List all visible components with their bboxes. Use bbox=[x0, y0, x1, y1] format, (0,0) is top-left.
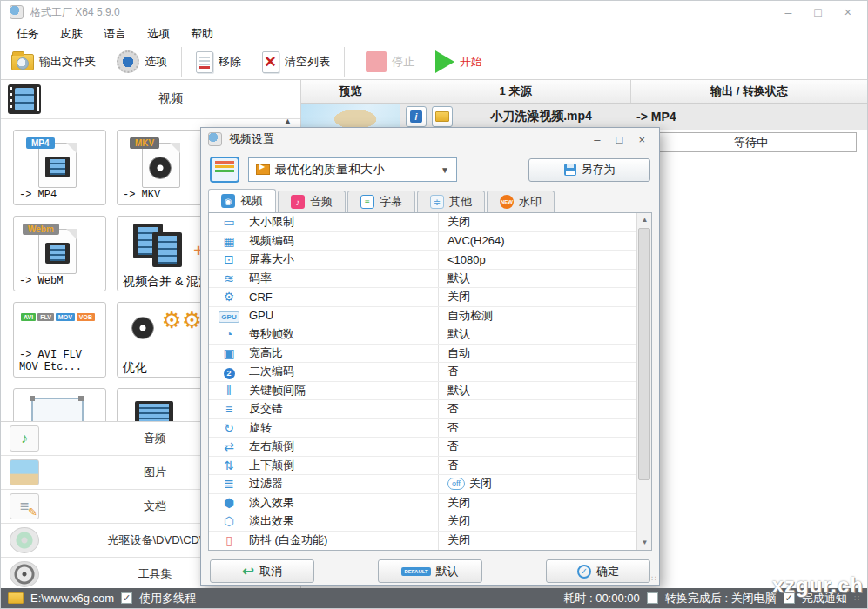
subtitle-tab-icon: ≡ bbox=[360, 195, 374, 209]
col-output[interactable]: 输出 / 转换状态 bbox=[631, 80, 867, 103]
quality-profile-dropdown[interactable]: 最优化的质量和大小 ▼ bbox=[248, 157, 457, 182]
dialog-resize-grip[interactable]: ∷ bbox=[651, 574, 657, 583]
setting-label: 视频编码 bbox=[249, 232, 439, 251]
setting-bitrate[interactable]: ≋ 码率 默认 bbox=[209, 270, 636, 289]
cancel-label: 取消 bbox=[259, 564, 282, 579]
video-section-header[interactable]: 视频 ▲ bbox=[1, 80, 300, 119]
remove-button[interactable]: 移除 bbox=[185, 46, 252, 77]
setting-gpu[interactable]: GPU GPU 自动检测 bbox=[209, 307, 636, 326]
setting-flip-vertical[interactable]: ⇅ 上下颠倒 否 bbox=[209, 457, 636, 476]
back-arrow-icon: ↩ bbox=[242, 566, 254, 578]
card-to-webm[interactable]: Webm -> WebM bbox=[13, 216, 106, 291]
dialog-top-row: 最优化的质量和大小 ▼ 另存为 bbox=[201, 151, 659, 189]
stop-label: 停止 bbox=[392, 54, 414, 70]
start-button[interactable]: 开始 bbox=[425, 46, 493, 77]
cancel-button[interactable]: ↩ 取消 bbox=[210, 559, 314, 583]
tab-subtitle[interactable]: ≡ 字幕 bbox=[347, 191, 415, 212]
card-to-mp4[interactable]: MP4 -> MP4 bbox=[13, 130, 106, 205]
setting-fade-out[interactable]: ⬡ 淡出效果 关闭 bbox=[209, 512, 636, 532]
setting-value: AVC(H264) bbox=[439, 234, 505, 247]
setting-crf[interactable]: ⚙ CRF 关闭 bbox=[209, 288, 636, 307]
default-button[interactable]: DEFAULT 默认 bbox=[378, 559, 482, 583]
setting-flip-horizontal[interactable]: ⇄ 左右颠倒 否 bbox=[209, 438, 636, 457]
dialog-maximize-icon[interactable]: □ bbox=[616, 133, 623, 146]
card-optimize[interactable]: ⚙⚙ 优化 bbox=[117, 302, 210, 378]
tab-video[interactable]: ◉ 视频 bbox=[208, 189, 276, 212]
setting-fade-in[interactable]: ⬢ 淡入效果 关闭 bbox=[209, 494, 636, 513]
target-format: -> MP4 bbox=[629, 110, 867, 124]
setting-stabilize[interactable]: ▯ 防抖 (白金功能) 关闭 bbox=[209, 532, 636, 551]
card-video-merge[interactable]: + 视频合并 & 混流 bbox=[117, 216, 210, 291]
document-pencil-icon bbox=[10, 493, 39, 519]
setting-value: 默认 bbox=[439, 271, 470, 286]
settings-list: ▭ 大小限制 关闭 ▦ 视频编码 AVC(H264) ⊡ 屏幕大小 <1080p… bbox=[208, 212, 652, 551]
ok-button[interactable]: ✓ 确定 bbox=[546, 559, 650, 583]
card-label: -> MP4 bbox=[19, 189, 57, 201]
info-button[interactable]: i bbox=[406, 106, 427, 127]
dialog-title-bar[interactable]: 视频设置 – □ × bbox=[201, 128, 659, 151]
save-as-button[interactable]: 另存为 bbox=[528, 158, 650, 182]
settings-scrollbar[interactable]: ▲ ▼ bbox=[636, 213, 651, 550]
setting-fps[interactable]: ◔ 每秒帧数 默认 bbox=[209, 325, 636, 345]
output-path-folder-icon[interactable] bbox=[8, 592, 24, 604]
setting-label: 旋转 bbox=[249, 419, 439, 438]
setting-value: 关闭 bbox=[439, 289, 470, 304]
col-source[interactable]: 1 来源 bbox=[400, 80, 631, 103]
card-partial-tools[interactable] bbox=[117, 388, 210, 421]
setting-two-pass[interactable]: 2 二次编码 否 bbox=[209, 363, 636, 382]
close-icon[interactable]: × bbox=[844, 5, 851, 19]
col-preview[interactable]: 预览 bbox=[301, 80, 400, 103]
scroll-up-icon[interactable]: ▲ bbox=[637, 213, 652, 227]
default-label: 默认 bbox=[436, 564, 459, 579]
remove-icon bbox=[196, 51, 213, 73]
webm-badge: Webm bbox=[23, 224, 59, 235]
setting-deinterlace[interactable]: ≡ 反交错 否 bbox=[209, 400, 636, 419]
scroll-down-icon[interactable]: ▼ bbox=[637, 536, 652, 550]
stabilize-frame-icon: ▯ bbox=[209, 533, 249, 547]
default-stamp-icon: DEFAULT bbox=[401, 567, 430, 576]
setting-label: 左右颠倒 bbox=[249, 438, 439, 456]
setting-aspect-ratio[interactable]: ▣ 宽高比 自动 bbox=[209, 345, 636, 364]
open-folder-button[interactable] bbox=[432, 106, 453, 127]
setting-filter[interactable]: ≣ 过滤器 off 关闭 bbox=[209, 475, 636, 494]
multithread-checkbox[interactable]: ✓ bbox=[121, 592, 132, 604]
save-as-label: 另存为 bbox=[582, 162, 616, 177]
scrollbar-thumb[interactable] bbox=[638, 228, 650, 480]
dialog-close-icon[interactable]: × bbox=[638, 133, 645, 146]
setting-label: 二次编码 bbox=[249, 363, 439, 381]
setting-screen-size[interactable]: ⊡ 屏幕大小 <1080p bbox=[209, 251, 636, 270]
setting-label: 大小限制 bbox=[249, 213, 439, 231]
card-label: -> AVI FLV MOV Etc... bbox=[19, 349, 82, 373]
mkv-badge: MKV bbox=[130, 137, 159, 149]
menu-options[interactable]: 选项 bbox=[147, 26, 170, 42]
tab-audio[interactable]: ♪ 音频 bbox=[278, 191, 346, 212]
output-folder-button[interactable]: 输出文件夹 bbox=[1, 46, 106, 77]
setting-rotate[interactable]: ↻ 旋转 否 bbox=[209, 419, 636, 438]
card-partial-crop[interactable] bbox=[13, 388, 106, 421]
minimize-icon[interactable]: – bbox=[785, 5, 792, 19]
setting-keyframe-interval[interactable]: ‖ 关键帧间隔 默认 bbox=[209, 382, 636, 401]
menu-skin[interactable]: 皮肤 bbox=[60, 26, 83, 42]
filmstrip-icon bbox=[45, 243, 70, 264]
disc-icon bbox=[131, 317, 154, 339]
menu-language[interactable]: 语言 bbox=[104, 26, 126, 42]
card-to-mkv[interactable]: MKV -> MKV bbox=[117, 130, 210, 205]
tab-watermark[interactable]: NEW 水印 bbox=[487, 191, 555, 212]
setting-video-encode[interactable]: ▦ 视频编码 AVC(H264) bbox=[209, 232, 636, 251]
card-label: -> WebM bbox=[19, 275, 63, 287]
tab-other[interactable]: ≑ 其他 bbox=[417, 191, 485, 212]
task-row[interactable]: i 小刀洗澡视频.mp4 -> MP4 bbox=[301, 104, 867, 130]
stop-button[interactable]: 停止 bbox=[355, 46, 425, 77]
clear-list-button[interactable]: 清空列表 bbox=[252, 46, 340, 77]
dialog-minimize-icon[interactable]: – bbox=[594, 133, 600, 146]
menu-help[interactable]: 帮助 bbox=[191, 26, 213, 42]
menu-task[interactable]: 任务 bbox=[17, 26, 39, 42]
card-to-avi-flv-mov[interactable]: AVIFLVMOVVOB -> AVI FLV MOV Etc... bbox=[13, 302, 106, 378]
shutdown-after-checkbox[interactable] bbox=[647, 592, 658, 604]
output-path[interactable]: E:\www.x6g.com bbox=[30, 592, 114, 605]
profile-selected-value: 最优化的质量和大小 bbox=[275, 162, 385, 177]
options-button[interactable]: 选项 bbox=[106, 46, 178, 77]
maximize-icon[interactable]: □ bbox=[814, 5, 821, 19]
setting-size-limit[interactable]: ▭ 大小限制 关闭 bbox=[209, 213, 636, 232]
elapsed-time: 耗时 : 00:00:00 bbox=[563, 591, 639, 606]
